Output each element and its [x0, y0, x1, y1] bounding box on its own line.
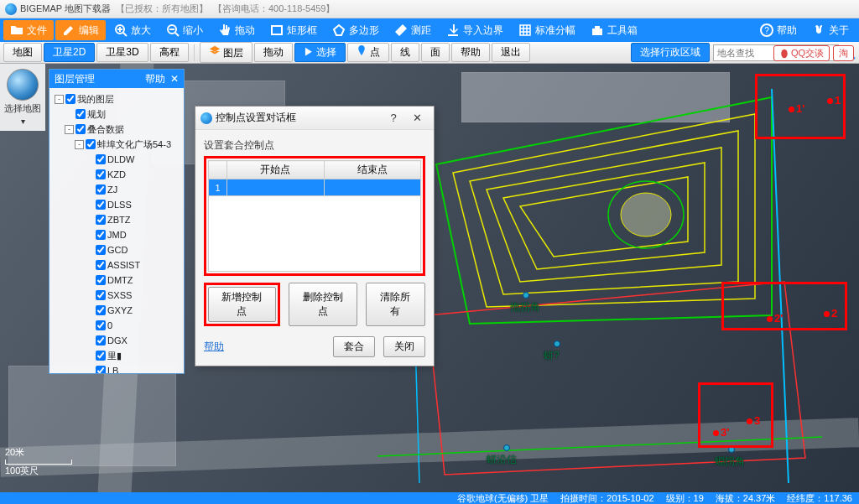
help-button[interactable]: ?帮助	[753, 20, 804, 40]
point-button[interactable]: 点	[347, 43, 388, 62]
dialog-help-link[interactable]: 帮助	[204, 340, 224, 354]
tree-checkbox[interactable]	[96, 351, 106, 361]
vertex-dot[interactable]	[503, 444, 510, 451]
tree-checkbox[interactable]	[96, 305, 106, 315]
tree-checkbox[interactable]	[96, 184, 106, 195]
tree-my-layers[interactable]: -我的图层	[51, 91, 182, 107]
tree-item-dgx[interactable]: DGX	[51, 333, 182, 348]
tree-item-里▮[interactable]: 里▮	[51, 348, 182, 363]
select-button[interactable]: ▶ 选择	[294, 43, 346, 62]
tree-item-kzd[interactable]: KZD	[51, 167, 182, 182]
tree-checkbox[interactable]	[75, 109, 86, 119]
tree-parent[interactable]: -蚌埠文化广场54-3	[51, 137, 182, 152]
tree-checkbox[interactable]	[86, 139, 96, 149]
tree-checkbox[interactable]	[96, 320, 106, 330]
map-selector-chevron-icon[interactable]: ▾	[2, 117, 44, 126]
tree-toggle-icon[interactable]: -	[75, 140, 84, 149]
marker-3[interactable]: 3	[747, 414, 760, 427]
vertex-dot[interactable]	[554, 340, 560, 347]
tree-checkbox[interactable]	[96, 230, 106, 240]
tree-item-dmtz[interactable]: DMTZ	[51, 273, 182, 288]
vertex-dot[interactable]	[523, 292, 529, 299]
marker-1[interactable]: 1	[827, 94, 841, 107]
status-source: 谷歌地球(无偏移) 卫星	[457, 492, 549, 505]
measure-button[interactable]: 测距	[388, 20, 438, 40]
map-canvas[interactable]: 1 1' 2 2' 3 3' 拖拐角 蛢? 蛢沿信 蜵拐角 图层管理 帮助 ✕ …	[0, 64, 859, 492]
dialog-titlebar[interactable]: 控制点设置对话框 ? ✕	[195, 107, 434, 130]
taobao-button[interactable]: 淘	[833, 45, 854, 61]
delete-control-point-button[interactable]: 删除控制点	[289, 283, 357, 326]
elevation-tab[interactable]: 高程	[150, 43, 189, 62]
marker-3p[interactable]: 3'	[713, 426, 729, 439]
about-button[interactable]: 关于	[805, 20, 856, 40]
layers-button[interactable]: 图层	[200, 42, 252, 63]
marker-2p[interactable]: 2'	[767, 312, 783, 325]
tree-toggle-icon[interactable]: -	[55, 95, 64, 104]
layer-close-button[interactable]: ✕	[170, 73, 179, 85]
tree-item-sxss[interactable]: SXSS	[51, 288, 182, 303]
tree-checkbox[interactable]	[96, 245, 106, 255]
qq-chat-button[interactable]: QQ交谈	[773, 45, 830, 61]
pan-button[interactable]: 拖动	[211, 20, 262, 40]
tree-item-gcd[interactable]: GCD	[51, 242, 182, 257]
earth-icon[interactable]	[7, 69, 39, 101]
tree-toggle-icon[interactable]: -	[65, 125, 74, 134]
tree-checkbox[interactable]	[96, 154, 106, 164]
dialog-close-button[interactable]: ✕	[405, 112, 429, 124]
tree-checkbox[interactable]	[96, 169, 106, 179]
tree-item-lb[interactable]: LB	[51, 363, 182, 373]
tree-item-dlss[interactable]: DLSS	[51, 197, 182, 212]
tree-checkbox[interactable]	[75, 124, 86, 134]
tree-item-dldw[interactable]: DLDW	[51, 152, 182, 167]
layer-help-link[interactable]: 帮助	[145, 72, 165, 86]
tree-item-jmd[interactable]: JMD	[51, 227, 182, 242]
tree-checkbox[interactable]	[65, 94, 75, 104]
standard-sheet-button[interactable]: 标准分幅	[512, 20, 582, 40]
sub-pan-button[interactable]: 拖动	[254, 43, 293, 62]
file-menu[interactable]: 文件	[3, 20, 54, 40]
add-control-point-button[interactable]: 新增控制点	[208, 287, 276, 322]
map-tab[interactable]: 地图	[3, 43, 42, 62]
toolbox-button[interactable]: 工具箱	[584, 20, 644, 40]
zoom-out-button[interactable]: 缩小	[159, 20, 210, 40]
region-select-button[interactable]: 选择行政区域	[631, 43, 710, 62]
layer-tree[interactable]: -我的图层规划-叠合数据-蚌埠文化广场54-3DLDWKZDZJDLSSZBTZ…	[49, 88, 184, 373]
import-boundary-button[interactable]: 导入边界	[440, 20, 510, 40]
tree-item-assist[interactable]: ASSIST	[51, 257, 182, 273]
layer-panel-header[interactable]: 图层管理 帮助 ✕	[49, 70, 184, 88]
tree-checkbox[interactable]	[96, 290, 106, 300]
sub-help-button[interactable]: 帮助	[451, 43, 490, 62]
tree-checkbox[interactable]	[96, 275, 106, 285]
exit-button[interactable]: 退出	[492, 43, 530, 62]
tree-checkbox[interactable]	[96, 260, 106, 270]
rect-button[interactable]: 矩形框	[263, 20, 324, 40]
tree-checkbox[interactable]	[96, 335, 106, 346]
control-point-table[interactable]: 开始点 结束点 1	[208, 160, 421, 196]
table-row[interactable]: 1	[209, 179, 421, 196]
sat3d-tab[interactable]: 卫星3D	[96, 43, 148, 62]
tree-checkbox[interactable]	[96, 215, 106, 225]
cell-end[interactable]	[324, 179, 421, 196]
qq-links: QQ交谈 淘	[773, 45, 854, 61]
tree-checkbox[interactable]	[96, 366, 106, 373]
tree-checkbox[interactable]	[96, 200, 106, 210]
tree-planning[interactable]: 规划	[51, 107, 182, 122]
tree-item-zbtz[interactable]: ZBTZ	[51, 212, 182, 227]
marker-2[interactable]: 2	[824, 307, 837, 320]
line-button[interactable]: 线	[391, 43, 419, 62]
tree-item-gxyz[interactable]: GXYZ	[51, 303, 182, 318]
marker-1p[interactable]: 1'	[789, 102, 804, 115]
cell-start[interactable]	[227, 179, 325, 196]
close-button[interactable]: 关闭	[383, 336, 425, 357]
tree-overlay-data[interactable]: -叠合数据	[51, 122, 182, 137]
zoom-in-button[interactable]: 放大	[107, 20, 158, 40]
sat2d-tab[interactable]: 卫星2D	[44, 43, 95, 62]
clear-all-button[interactable]: 清除所有	[366, 283, 425, 326]
tree-item-zj[interactable]: ZJ	[51, 182, 182, 197]
fit-button[interactable]: 套合	[333, 336, 375, 357]
dialog-help-button[interactable]: ?	[382, 112, 405, 124]
tree-item-0[interactable]: 0	[51, 318, 182, 333]
polygon-button[interactable]: 多边形	[325, 20, 386, 40]
edit-menu[interactable]: 编辑	[55, 20, 106, 40]
polygon-sub-button[interactable]: 面	[421, 43, 450, 62]
